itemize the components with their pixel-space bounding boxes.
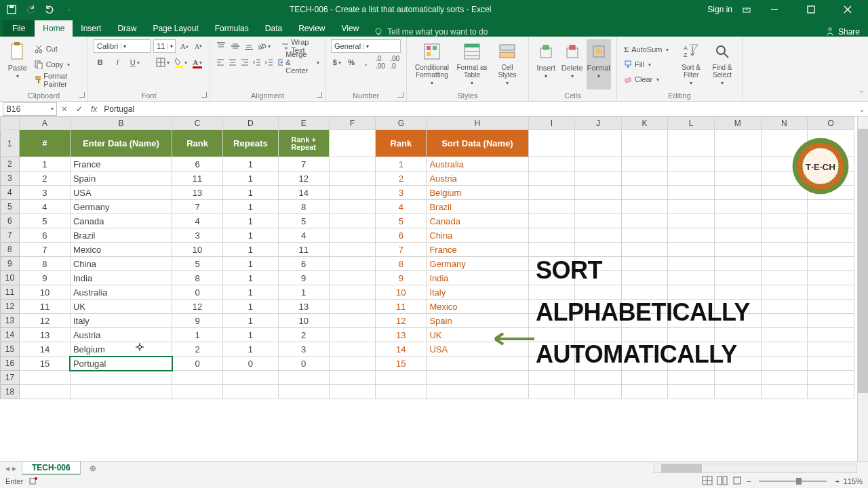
cell[interactable]: Italy xyxy=(427,285,528,300)
cell[interactable]: Australia xyxy=(70,285,172,300)
expand-formula-icon[interactable]: ⌄ xyxy=(856,104,868,114)
delete-cells-button[interactable]: Delete▾ xyxy=(560,39,583,89)
cell[interactable] xyxy=(427,371,528,385)
cell[interactable]: 1 xyxy=(223,342,279,357)
cell[interactable]: 13 xyxy=(19,328,70,342)
cell[interactable]: 10 xyxy=(376,285,427,300)
cell[interactable] xyxy=(575,200,622,214)
percent-icon[interactable]: % xyxy=(345,56,357,69)
cell[interactable]: 14 xyxy=(19,342,70,357)
col-header[interactable]: G xyxy=(376,117,427,130)
tab-data[interactable]: Data xyxy=(257,20,290,37)
cell[interactable]: 7 xyxy=(172,200,223,214)
cell[interactable] xyxy=(715,228,762,243)
enter-icon[interactable]: ✓ xyxy=(72,104,87,114)
tab-formulas[interactable]: Formulas xyxy=(207,20,257,37)
col-header[interactable]: J xyxy=(575,117,622,130)
cell[interactable]: 3 xyxy=(376,186,427,200)
cell[interactable] xyxy=(329,228,376,243)
cell[interactable]: 12 xyxy=(19,314,70,328)
cell[interactable] xyxy=(575,228,622,243)
cell[interactable] xyxy=(528,285,575,300)
cell[interactable] xyxy=(575,157,622,171)
col-header[interactable]: B xyxy=(70,117,172,130)
cell[interactable] xyxy=(329,342,376,357)
borders-icon[interactable] xyxy=(156,56,170,69)
cell[interactable] xyxy=(329,243,376,257)
fill-button[interactable]: Fill xyxy=(623,58,674,71)
cell[interactable] xyxy=(223,371,279,385)
cell[interactable] xyxy=(19,371,70,385)
cell[interactable] xyxy=(761,257,808,271)
row-header[interactable]: 11 xyxy=(1,285,20,300)
cell[interactable] xyxy=(575,214,622,228)
cell[interactable] xyxy=(668,257,715,271)
cell[interactable] xyxy=(761,328,808,342)
cell[interactable]: Brazil xyxy=(70,228,172,243)
cell[interactable] xyxy=(528,200,575,214)
cell[interactable]: 9 xyxy=(172,314,223,328)
align-middle-icon[interactable] xyxy=(229,39,240,53)
cell[interactable]: 14 xyxy=(376,342,427,357)
cell[interactable] xyxy=(761,243,808,257)
col-header[interactable]: K xyxy=(621,117,668,130)
cell[interactable] xyxy=(761,200,808,214)
cell[interactable]: 11 xyxy=(172,171,223,186)
cell[interactable]: 5 xyxy=(19,214,70,228)
cell[interactable] xyxy=(278,385,329,399)
inc-decimal-icon[interactable]: .0.00 xyxy=(374,56,386,69)
col-header[interactable]: L xyxy=(668,117,715,130)
find-select-button[interactable]: Find & Select▾ xyxy=(708,39,736,89)
cell[interactable]: 8 xyxy=(172,271,223,285)
cell[interactable]: 1 xyxy=(223,243,279,257)
cell[interactable]: 3 xyxy=(278,342,329,357)
maximize-button[interactable] xyxy=(797,0,825,19)
cell[interactable]: 4 xyxy=(19,200,70,214)
cell[interactable]: 6 xyxy=(19,228,70,243)
cell[interactable] xyxy=(172,371,223,385)
dialog-launcher-icon[interactable] xyxy=(201,92,208,99)
tab-review[interactable]: Review xyxy=(290,20,333,37)
cell[interactable] xyxy=(668,371,715,385)
clear-button[interactable]: Clear xyxy=(623,73,674,86)
cell[interactable]: 5 xyxy=(278,214,329,228)
cell[interactable]: 8 xyxy=(19,257,70,271)
align-top-icon[interactable] xyxy=(216,39,226,53)
autosum-button[interactable]: ΣAutoSum xyxy=(623,43,674,56)
col-header[interactable]: M xyxy=(715,117,762,130)
cell[interactable] xyxy=(808,228,854,243)
align-left-icon[interactable] xyxy=(216,56,225,69)
cell[interactable]: 13 xyxy=(376,328,427,342)
cell[interactable]: 12 xyxy=(278,171,329,186)
cell[interactable] xyxy=(621,257,668,271)
tab-home[interactable]: Home xyxy=(35,20,73,37)
cell[interactable]: China xyxy=(427,228,528,243)
col-header[interactable]: I xyxy=(528,117,575,130)
cell[interactable]: 14 xyxy=(278,186,329,200)
cell[interactable]: 7 xyxy=(19,243,70,257)
cell[interactable] xyxy=(528,186,575,200)
minimize-button[interactable] xyxy=(761,0,788,19)
save-icon[interactable] xyxy=(4,2,19,17)
cell[interactable] xyxy=(575,186,622,200)
align-right-icon[interactable] xyxy=(240,56,250,69)
cell[interactable]: 8 xyxy=(376,257,427,271)
cell[interactable]: 9 xyxy=(19,271,70,285)
col-header[interactable]: E xyxy=(278,117,329,130)
cell[interactable]: Rank xyxy=(172,130,223,157)
cell[interactable] xyxy=(621,130,668,157)
cell[interactable] xyxy=(621,385,668,399)
format-painter-button[interactable]: Format Painter xyxy=(33,73,82,87)
row-header[interactable]: 6 xyxy=(1,214,20,228)
cell[interactable]: 1 xyxy=(223,314,279,328)
cell[interactable]: USA xyxy=(70,186,172,200)
cell[interactable] xyxy=(808,385,854,399)
cell[interactable] xyxy=(621,228,668,243)
cell[interactable] xyxy=(808,328,854,342)
cell[interactable] xyxy=(668,385,715,399)
cell[interactable] xyxy=(329,357,376,371)
cell[interactable]: 6 xyxy=(376,228,427,243)
cell[interactable]: Enter Data (Name) xyxy=(70,130,172,157)
cell[interactable]: 1 xyxy=(223,285,279,300)
cell[interactable] xyxy=(761,385,808,399)
